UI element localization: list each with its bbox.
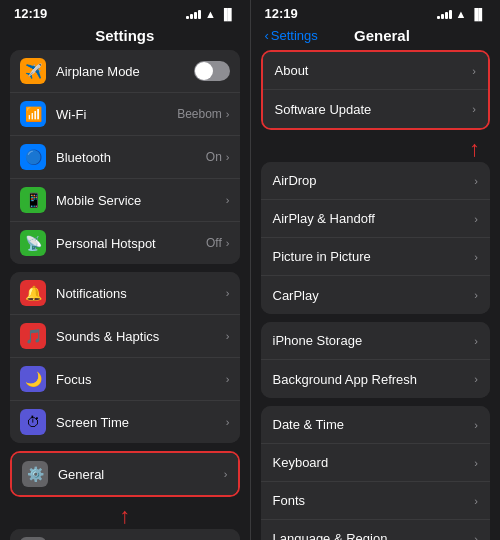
date-time-label: Date & Time: [273, 417, 475, 432]
list-item[interactable]: ⏱ Screen Time ›: [10, 401, 240, 443]
back-label: Settings: [271, 28, 318, 43]
right-status-icons: ▲ ▐▌: [437, 8, 486, 20]
right-time: 12:19: [265, 6, 298, 21]
hotspot-arrow-icon: ›: [226, 237, 230, 249]
right-settings-list: About › Software Update › ↑ AirDrop › Ai…: [251, 50, 501, 540]
carplay-arrow-icon: ›: [474, 289, 478, 301]
sounds-icon: 🎵: [20, 323, 46, 349]
left-status-bar: 12:19 ▲ ▐▌: [0, 0, 250, 25]
focus-label: Focus: [56, 372, 226, 387]
sounds-arrow-icon: ›: [226, 330, 230, 342]
pip-row[interactable]: Picture in Picture ›: [261, 238, 491, 276]
pip-arrow-icon: ›: [474, 251, 478, 263]
software-update-label: Software Update: [275, 102, 473, 117]
carplay-label: CarPlay: [273, 288, 475, 303]
keyboard-label: Keyboard: [273, 455, 475, 470]
wifi-label: Wi-Fi: [56, 107, 177, 122]
left-group-2: 🔔 Notifications › 🎵 Sounds & Haptics › 🌙…: [10, 272, 240, 443]
airplay-arrow-icon: ›: [474, 213, 478, 225]
list-item[interactable]: 🎛 Control Centre ›: [10, 529, 240, 540]
iphone-storage-arrow-icon: ›: [474, 335, 478, 347]
date-time-row[interactable]: Date & Time ›: [261, 406, 491, 444]
about-label: About: [275, 63, 473, 78]
left-red-arrow-icon: ↑: [119, 505, 130, 527]
screen-time-arrow-icon: ›: [226, 416, 230, 428]
list-item[interactable]: 🔵 Bluetooth On ›: [10, 136, 240, 179]
right-arrow-annotation: ↑: [251, 138, 501, 160]
right-nav-bar: ‹ Settings General: [251, 25, 501, 50]
bluetooth-label: Bluetooth: [56, 150, 206, 165]
right-group-3: iPhone Storage › Background App Refresh …: [261, 322, 491, 398]
pip-label: Picture in Picture: [273, 249, 475, 264]
list-item[interactable]: ✈️ Airplane Mode: [10, 50, 240, 93]
left-arrow-annotation: ↑: [10, 505, 240, 527]
notifications-arrow-icon: ›: [226, 287, 230, 299]
background-app-refresh-arrow-icon: ›: [474, 373, 478, 385]
date-time-arrow-icon: ›: [474, 419, 478, 431]
airdrop-label: AirDrop: [273, 173, 475, 188]
list-item[interactable]: 🔔 Notifications ›: [10, 272, 240, 315]
keyboard-row[interactable]: Keyboard ›: [261, 444, 491, 482]
battery-icon: ▐▌: [220, 8, 236, 20]
left-group-3-highlighted: ⚙️ General ›: [10, 451, 240, 497]
right-group-4: Date & Time › Keyboard › Fonts › Languag…: [261, 406, 491, 540]
right-signal-bars-icon: [437, 9, 452, 19]
airplane-toggle[interactable]: [194, 61, 230, 81]
general-label: General: [58, 467, 224, 482]
left-group-1: ✈️ Airplane Mode 📶 Wi-Fi Beebom › 🔵 Blue…: [10, 50, 240, 264]
language-region-arrow-icon: ›: [474, 533, 478, 541]
list-item[interactable]: 📡 Personal Hotspot Off ›: [10, 222, 240, 264]
airdrop-row[interactable]: AirDrop ›: [261, 162, 491, 200]
wifi-arrow-icon: ›: [226, 108, 230, 120]
list-item[interactable]: 🌙 Focus ›: [10, 358, 240, 401]
general-settings-row[interactable]: ⚙️ General ›: [12, 453, 238, 495]
back-button[interactable]: ‹ Settings: [265, 28, 318, 43]
fonts-arrow-icon: ›: [474, 495, 478, 507]
notifications-icon: 🔔: [20, 280, 46, 306]
right-red-arrow-icon: ↑: [469, 138, 480, 160]
focus-icon: 🌙: [20, 366, 46, 392]
bluetooth-icon: 🔵: [20, 144, 46, 170]
signal-bars-icon: [186, 9, 201, 19]
list-item[interactable]: 🎵 Sounds & Haptics ›: [10, 315, 240, 358]
hotspot-label: Personal Hotspot: [56, 236, 206, 251]
wifi-settings-icon: 📶: [20, 101, 46, 127]
wifi-value: Beebom: [177, 107, 222, 121]
about-arrow-icon: ›: [472, 65, 476, 77]
language-region-label: Language & Region: [273, 531, 475, 540]
screen-time-icon: ⏱: [20, 409, 46, 435]
chevron-left-icon: ‹: [265, 28, 269, 43]
language-region-row[interactable]: Language & Region ›: [261, 520, 491, 540]
notifications-label: Notifications: [56, 286, 226, 301]
fonts-row[interactable]: Fonts ›: [261, 482, 491, 520]
right-nav-title: General: [318, 27, 446, 44]
iphone-storage-row[interactable]: iPhone Storage ›: [261, 322, 491, 360]
airplay-row[interactable]: AirPlay & Handoff ›: [261, 200, 491, 238]
general-icon: ⚙️: [22, 461, 48, 487]
sounds-label: Sounds & Haptics: [56, 329, 226, 344]
focus-arrow-icon: ›: [226, 373, 230, 385]
left-time: 12:19: [14, 6, 47, 21]
airdrop-arrow-icon: ›: [474, 175, 478, 187]
background-app-refresh-row[interactable]: Background App Refresh ›: [261, 360, 491, 398]
list-item[interactable]: 📱 Mobile Service ›: [10, 179, 240, 222]
mobile-arrow-icon: ›: [226, 194, 230, 206]
about-row[interactable]: About ›: [263, 52, 489, 90]
left-group-4: 🎛 Control Centre › 🅰 Action Button › ☀️ …: [10, 529, 240, 540]
right-status-bar: 12:19 ▲ ▐▌: [251, 0, 501, 25]
mobile-service-icon: 📱: [20, 187, 46, 213]
screen-time-label: Screen Time: [56, 415, 226, 430]
left-panel: 12:19 ▲ ▐▌ Settings ✈️ Airplane Mode 📶 W…: [0, 0, 250, 540]
background-app-refresh-label: Background App Refresh: [273, 372, 475, 387]
hotspot-value: Off: [206, 236, 222, 250]
airplay-label: AirPlay & Handoff: [273, 211, 475, 226]
list-item[interactable]: 📶 Wi-Fi Beebom ›: [10, 93, 240, 136]
wifi-icon: ▲: [205, 8, 216, 20]
fonts-label: Fonts: [273, 493, 475, 508]
software-update-row[interactable]: Software Update ›: [263, 90, 489, 128]
bluetooth-arrow-icon: ›: [226, 151, 230, 163]
bluetooth-value: On: [206, 150, 222, 164]
carplay-row[interactable]: CarPlay ›: [261, 276, 491, 314]
keyboard-arrow-icon: ›: [474, 457, 478, 469]
software-update-arrow-icon: ›: [472, 103, 476, 115]
